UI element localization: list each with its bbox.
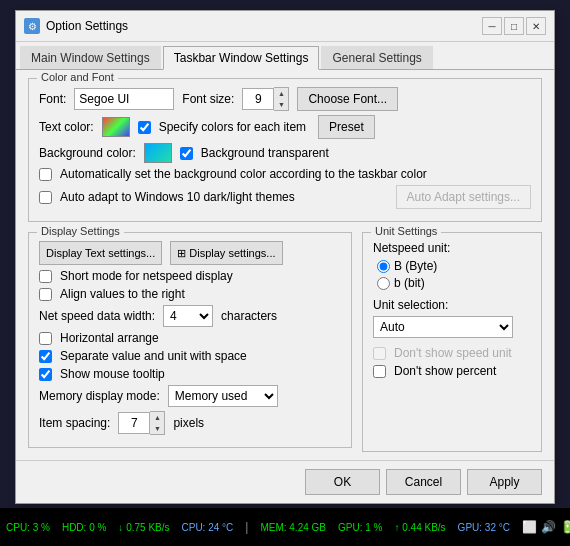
color-font-title: Color and Font — [37, 71, 118, 83]
horizontal-arrange-label: Horizontal arrange — [60, 331, 159, 345]
font-label: Font: — [39, 92, 66, 106]
display-settings-button[interactable]: ⊞ Display settings... — [170, 241, 282, 265]
auto-background-row: Automatically set the background color a… — [39, 167, 531, 181]
option-settings-window: ⚙ Option Settings ─ □ ✕ Main Window Sett… — [15, 10, 555, 504]
font-size-input[interactable] — [242, 88, 274, 110]
item-spacing-down[interactable]: ▼ — [150, 423, 164, 434]
item-spacing-up[interactable]: ▲ — [150, 412, 164, 423]
taskbar-down: ↓ 0.75 KB/s — [118, 522, 169, 533]
taskbar-mem: MEM: 4.24 GB — [260, 522, 326, 533]
specify-colors-label: Specify colors for each item — [159, 120, 306, 134]
unit-settings-title: Unit Settings — [371, 225, 441, 237]
background-transparent-checkbox[interactable] — [180, 147, 193, 160]
netspeed-radio-group: B (Byte) b (bit) — [377, 259, 531, 290]
dont-show-percent-checkbox[interactable] — [373, 365, 386, 378]
taskbar-network-icon: ⬜ — [522, 520, 537, 534]
maximize-button[interactable]: □ — [504, 17, 524, 35]
align-values-checkbox[interactable] — [39, 288, 52, 301]
taskbar-separator1: | — [245, 520, 248, 534]
background-color-row: Background color: Background transparent — [39, 143, 531, 163]
net-speed-label: Net speed data width: — [39, 309, 155, 323]
auto-adapt-checkbox[interactable] — [39, 191, 52, 204]
separate-value-checkbox[interactable] — [39, 350, 52, 363]
tab-main-window[interactable]: Main Window Settings — [20, 46, 161, 69]
net-speed-select[interactable]: 4 3 5 — [163, 305, 213, 327]
taskbar-system-icons: ⬜ 🔊 🔋 — [522, 520, 570, 534]
horizontal-arrange-checkbox[interactable] — [39, 332, 52, 345]
taskbar-gpu2: GPU: 32 °C — [458, 522, 510, 533]
taskbar-cpu2: CPU: 24 °C — [182, 522, 234, 533]
taskbar-hdd: HDD: 0 % — [62, 522, 106, 533]
taskbar-battery-icon: 🔋 — [560, 520, 570, 534]
background-color-box[interactable] — [144, 143, 172, 163]
apply-button[interactable]: Apply — [467, 469, 542, 495]
auto-adapt-row: Auto adapt to Windows 10 dark/light them… — [39, 185, 531, 209]
font-row: Font: Font size: ▲ ▼ Choose Font... — [39, 87, 531, 111]
b-byte-row: B (Byte) — [377, 259, 531, 273]
background-transparent-label: Background transparent — [201, 146, 329, 160]
memory-mode-select[interactable]: Memory used Memory free — [168, 385, 278, 407]
separate-value-row: Separate value and unit with space — [39, 349, 341, 363]
dont-show-speed-label: Don't show speed unit — [394, 346, 512, 360]
item-spacing-row: Item spacing: ▲ ▼ pixels — [39, 411, 341, 435]
auto-adapt-label: Auto adapt to Windows 10 dark/light them… — [60, 190, 295, 204]
choose-font-button[interactable]: Choose Font... — [297, 87, 398, 111]
b-bit-radio[interactable] — [377, 277, 390, 290]
show-tooltip-checkbox[interactable] — [39, 368, 52, 381]
b-byte-radio[interactable] — [377, 260, 390, 273]
display-text-button[interactable]: Display Text settings... — [39, 241, 162, 265]
dont-show-speed-checkbox[interactable] — [373, 347, 386, 360]
tabs-bar: Main Window Settings Taskbar Window Sett… — [16, 42, 554, 70]
item-spacing-input[interactable] — [118, 412, 150, 434]
short-mode-row: Short mode for netspeed display — [39, 269, 341, 283]
item-spacing-spinner-btns: ▲ ▼ — [150, 411, 165, 435]
horizontal-arrange-row: Horizontal arrange — [39, 331, 341, 345]
short-mode-label: Short mode for netspeed display — [60, 269, 233, 283]
cancel-button[interactable]: Cancel — [386, 469, 461, 495]
taskbar: CPU: 3 % HDD: 0 % ↓ 0.75 KB/s CPU: 24 °C… — [0, 508, 570, 546]
font-input[interactable] — [74, 88, 174, 110]
display-settings-panel: Display Settings Display Text settings..… — [28, 232, 352, 452]
pixels-label: pixels — [173, 416, 204, 430]
font-size-up[interactable]: ▲ — [274, 88, 288, 99]
characters-label: characters — [221, 309, 277, 323]
font-size-down[interactable]: ▼ — [274, 99, 288, 110]
unit-selection-select[interactable]: Auto KB/s MB/s — [373, 316, 513, 338]
preset-button[interactable]: Preset — [318, 115, 375, 139]
netspeed-unit-label-row: Netspeed unit: — [373, 241, 531, 255]
memory-mode-label: Memory display mode: — [39, 389, 160, 403]
auto-background-checkbox[interactable] — [39, 168, 52, 181]
display-settings-group: Display Settings Display Text settings..… — [28, 232, 352, 448]
window-title: Option Settings — [46, 19, 128, 33]
title-bar: ⚙ Option Settings ─ □ ✕ — [16, 11, 554, 42]
show-tooltip-row: Show mouse tooltip — [39, 367, 341, 381]
scroll-area[interactable]: Color and Font Font: Font size: ▲ ▼ — [16, 70, 554, 460]
item-spacing-label: Item spacing: — [39, 416, 110, 430]
memory-mode-row: Memory display mode: Memory used Memory … — [39, 385, 341, 407]
tab-taskbar-window[interactable]: Taskbar Window Settings — [163, 46, 320, 70]
separate-value-label: Separate value and unit with space — [60, 349, 247, 363]
short-mode-checkbox[interactable] — [39, 270, 52, 283]
display-settings-title: Display Settings — [37, 225, 124, 237]
ok-button[interactable]: OK — [305, 469, 380, 495]
align-values-row: Align values to the right — [39, 287, 341, 301]
text-color-label: Text color: — [39, 120, 94, 134]
tab-content: Color and Font Font: Font size: ▲ ▼ — [16, 70, 554, 460]
auto-background-label: Automatically set the background color a… — [60, 167, 427, 181]
text-color-box[interactable] — [102, 117, 130, 137]
close-button[interactable]: ✕ — [526, 17, 546, 35]
b-bit-label: b (bit) — [394, 276, 425, 290]
unit-selection-label: Unit selection: — [373, 298, 448, 312]
main-layout: Display Settings Display Text settings..… — [28, 232, 542, 452]
auto-adapt-button: Auto Adapt settings... — [396, 185, 531, 209]
minimize-button[interactable]: ─ — [482, 17, 502, 35]
specify-colors-checkbox[interactable] — [138, 121, 151, 134]
taskbar-cpu: CPU: 3 % — [6, 522, 50, 533]
display-buttons-row: Display Text settings... ⊞ Display setti… — [39, 241, 341, 265]
unit-selection-label-row: Unit selection: — [373, 298, 531, 312]
tab-general-settings[interactable]: General Settings — [321, 46, 432, 69]
net-speed-row: Net speed data width: 4 3 5 characters — [39, 305, 341, 327]
unit-settings-panel: Unit Settings Netspeed unit: B (Byte) — [362, 232, 542, 452]
dont-show-percent-row: Don't show percent — [373, 364, 531, 378]
title-bar-buttons: ─ □ ✕ — [482, 17, 546, 35]
